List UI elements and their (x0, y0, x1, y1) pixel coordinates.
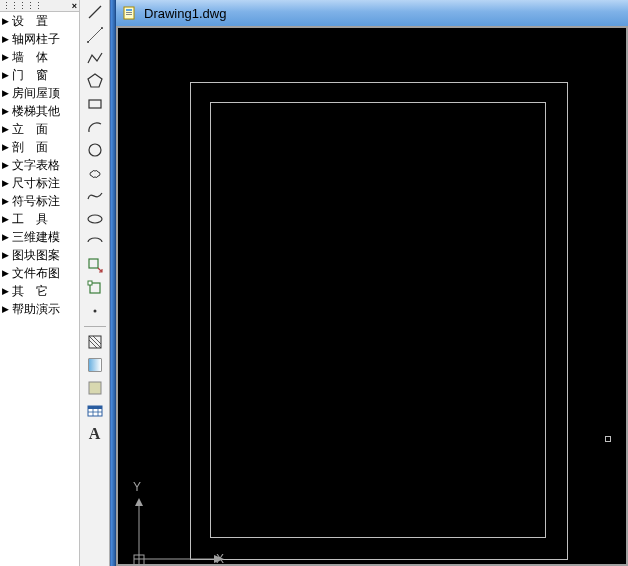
document-titlebar[interactable]: Drawing1.dwg (116, 0, 628, 26)
drawing-rect-inner (210, 102, 546, 538)
sidebar-item-file-layout[interactable]: ▶文件布图 (0, 264, 79, 282)
tool-circle[interactable] (84, 140, 106, 160)
sidebar-item-doors-windows[interactable]: ▶门 窗 (0, 66, 79, 84)
sidebar-item-label: 墙 体 (12, 49, 48, 66)
svg-point-6 (89, 144, 101, 156)
tool-point[interactable] (84, 301, 106, 321)
svg-line-15 (93, 336, 101, 344)
sidebar-list: ▶设 置 ▶轴网柱子 ▶墙 体 ▶门 窗 ▶房间屋顶 ▶楼梯其他 ▶立 面 ▶剖… (0, 12, 79, 566)
sidebar-item-help-demo[interactable]: ▶帮助演示 (0, 300, 79, 318)
svg-rect-8 (89, 259, 98, 268)
sidebar-item-label: 房间屋顶 (12, 85, 60, 102)
expand-arrow-icon: ▶ (2, 70, 12, 80)
sidebar-item-text-tables[interactable]: ▶文字表格 (0, 156, 79, 174)
sidebar-close[interactable]: × (72, 1, 77, 11)
sidebar-item-walls[interactable]: ▶墙 体 (0, 48, 79, 66)
svg-marker-29 (135, 498, 143, 506)
svg-point-2 (87, 41, 89, 43)
sidebar-item-stairs-other[interactable]: ▶楼梯其他 (0, 102, 79, 120)
sidebar-item-blocks-patterns[interactable]: ▶图块图案 (0, 246, 79, 264)
sidebar-item-tools[interactable]: ▶工 具 (0, 210, 79, 228)
svg-line-0 (89, 6, 101, 18)
sidebar-item-rooms-roofs[interactable]: ▶房间屋顶 (0, 84, 79, 102)
svg-rect-26 (126, 12, 132, 13)
tool-ellipse-arc[interactable] (84, 232, 106, 252)
sidebar-header: ⋮⋮⋮⋮⋮ × (0, 0, 79, 12)
sidebar-item-label: 立 面 (12, 121, 48, 138)
tool-polyline[interactable] (84, 48, 106, 68)
ucs-x-arrow-icon (134, 553, 224, 566)
sidebar-item-label: 楼梯其他 (12, 103, 60, 120)
svg-point-3 (101, 27, 103, 29)
tool-construction-line[interactable] (84, 25, 106, 45)
expand-arrow-icon: ▶ (2, 304, 12, 314)
svg-rect-5 (89, 100, 101, 108)
tool-revision-cloud[interactable] (84, 163, 106, 183)
svg-rect-10 (88, 281, 92, 285)
sidebar-item-label: 门 窗 (12, 67, 48, 84)
grip-handle[interactable] (605, 436, 611, 442)
sidebar-item-label: 图块图案 (12, 247, 60, 264)
svg-line-1 (88, 28, 102, 42)
tool-insert-block[interactable] (84, 255, 106, 275)
sidebar-item-label: 文字表格 (12, 157, 60, 174)
svg-rect-18 (89, 382, 101, 394)
svg-rect-20 (88, 406, 102, 409)
tool-hatch[interactable] (84, 332, 106, 352)
expand-arrow-icon: ▶ (2, 196, 12, 206)
sidebar-grip[interactable]: ⋮⋮⋮⋮⋮ (2, 1, 42, 11)
expand-arrow-icon: ▶ (2, 52, 12, 62)
svg-rect-32 (134, 555, 144, 565)
svg-marker-4 (88, 74, 102, 87)
expand-arrow-icon: ▶ (2, 232, 12, 242)
ucs-origin-box-icon (132, 553, 146, 566)
expand-arrow-icon: ▶ (2, 16, 12, 26)
sidebar-item-elevation[interactable]: ▶立 面 (0, 120, 79, 138)
expand-arrow-icon: ▶ (2, 250, 12, 260)
sidebar-item-label: 剖 面 (12, 139, 48, 156)
sidebar-item-settings[interactable]: ▶设 置 (0, 12, 79, 30)
sidebar-item-dimensions[interactable]: ▶尺寸标注 (0, 174, 79, 192)
expand-arrow-icon: ▶ (2, 160, 12, 170)
document-icon (122, 5, 138, 21)
svg-rect-17 (89, 359, 101, 371)
drawing-canvas[interactable]: Y X (118, 28, 626, 564)
sidebar-item-symbols[interactable]: ▶符号标注 (0, 192, 79, 210)
sidebar-item-label: 尺寸标注 (12, 175, 60, 192)
sidebar-item-label: 三维建模 (12, 229, 60, 246)
sidebar-item-other[interactable]: ▶其 它 (0, 282, 79, 300)
expand-arrow-icon: ▶ (2, 88, 12, 98)
expand-arrow-icon: ▶ (2, 268, 12, 278)
sidebar-menu: ⋮⋮⋮⋮⋮ × ▶设 置 ▶轴网柱子 ▶墙 体 ▶门 窗 ▶房间屋顶 ▶楼梯其他… (0, 0, 80, 566)
tool-table[interactable] (84, 401, 106, 421)
tool-gradient[interactable] (84, 355, 106, 375)
svg-line-13 (89, 340, 97, 348)
sidebar-item-label: 帮助演示 (12, 301, 60, 318)
svg-rect-27 (126, 14, 132, 15)
document-title: Drawing1.dwg (144, 6, 226, 21)
sidebar-item-3d-modeling[interactable]: ▶三维建模 (0, 228, 79, 246)
sidebar-item-section[interactable]: ▶剖 面 (0, 138, 79, 156)
expand-arrow-icon: ▶ (2, 142, 12, 152)
toolbar-separator (84, 326, 106, 327)
sidebar-item-grid-columns[interactable]: ▶轴网柱子 (0, 30, 79, 48)
expand-arrow-icon: ▶ (2, 106, 12, 116)
tool-text[interactable]: A (84, 424, 106, 444)
tool-spline[interactable] (84, 186, 106, 206)
tool-region[interactable] (84, 378, 106, 398)
tool-polygon[interactable] (84, 71, 106, 91)
tool-rectangle[interactable] (84, 94, 106, 114)
document-area: Drawing1.dwg Y X (116, 0, 628, 566)
expand-arrow-icon: ▶ (2, 34, 12, 44)
sidebar-item-label: 符号标注 (12, 193, 60, 210)
tool-ellipse[interactable] (84, 209, 106, 229)
sidebar-item-label: 其 它 (12, 283, 48, 300)
tool-line[interactable] (84, 2, 106, 22)
svg-point-11 (93, 310, 96, 313)
ucs-y-label: Y (133, 480, 141, 494)
tool-arc[interactable] (84, 117, 106, 137)
expand-arrow-icon: ▶ (2, 124, 12, 134)
sidebar-item-label: 文件布图 (12, 265, 60, 282)
expand-arrow-icon: ▶ (2, 178, 12, 188)
tool-make-block[interactable] (84, 278, 106, 298)
